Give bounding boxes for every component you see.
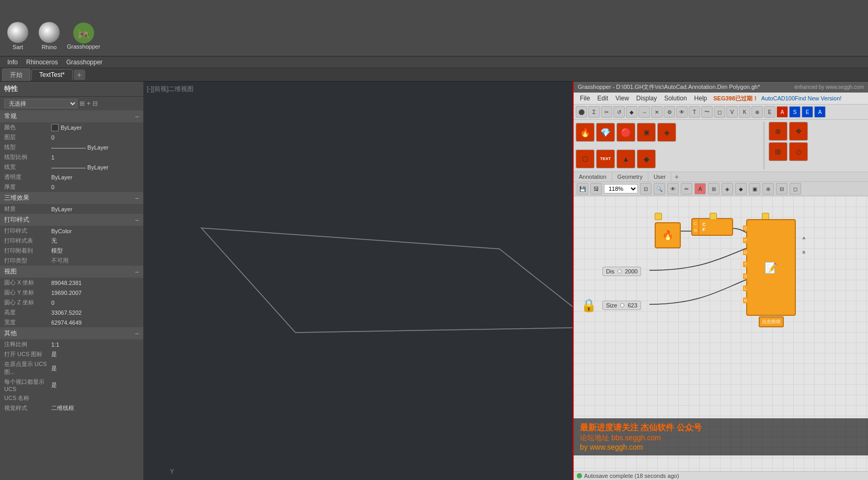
rhino-button[interactable]: Rhino bbox=[33, 18, 65, 54]
gh-eye2-icon[interactable]: 👁 bbox=[667, 183, 679, 195]
gh-big-node[interactable]: C P D T S L B 📝 A B 点击烘焙 bbox=[746, 219, 796, 316]
gh-icon-misc6[interactable]: ◻ bbox=[790, 183, 801, 195]
color-swatch bbox=[51, 124, 59, 131]
gh-tab-geometry[interactable]: Geometry bbox=[612, 172, 648, 181]
svg-marker-0 bbox=[201, 228, 573, 333]
gh-zoom-icon[interactable]: 🔍 bbox=[654, 183, 665, 195]
gh-dis-node[interactable]: Dis 2000 bbox=[602, 267, 641, 276]
gh-tool-a1[interactable]: A bbox=[776, 106, 788, 118]
gh-comp-4[interactable]: ▣ bbox=[637, 123, 656, 142]
gh-comp-5[interactable]: ◈ bbox=[657, 123, 676, 142]
dropdown-icon3[interactable]: ⊟ bbox=[93, 100, 98, 107]
gh-tool-t2[interactable]: ⊕ bbox=[751, 106, 763, 118]
gh-menu-display[interactable]: Display bbox=[633, 94, 660, 103]
gh-tool-diamond[interactable]: ◆ bbox=[626, 106, 637, 118]
gh-comp-1[interactable]: 🔥 bbox=[576, 123, 595, 142]
sart-button[interactable]: Sart bbox=[2, 18, 33, 54]
gh-comp-9[interactable]: ◆ bbox=[637, 150, 656, 168]
prop-print-type: 打印类型 不可用 bbox=[0, 256, 143, 266]
gh-zoom-select[interactable]: 118% bbox=[604, 184, 638, 193]
gh-comp-10[interactable]: ⊕ bbox=[769, 122, 787, 141]
gh-comp-7[interactable]: TEXT bbox=[596, 150, 615, 168]
menu-info[interactable]: Info bbox=[3, 58, 22, 67]
gh-tool-shape[interactable]: ◻ bbox=[714, 106, 725, 118]
dropdown-icon2[interactable]: + bbox=[87, 100, 90, 107]
prop-visual-style: 视觉样式 二维线框 bbox=[0, 403, 143, 413]
gh-connector-cfg[interactable]: C G CF bbox=[691, 218, 733, 236]
section-other-toggle[interactable]: − bbox=[135, 329, 139, 338]
gh-canvas[interactable]: 🔒 🔥 C G CF bbox=[574, 196, 868, 471]
panel-title: 特性 bbox=[0, 82, 143, 97]
gh-comp-13[interactable]: ◇ bbox=[789, 142, 808, 161]
menu-rhinoceros[interactable]: Rhinoceros bbox=[22, 58, 62, 67]
section-general[interactable]: 常规 − bbox=[0, 110, 143, 122]
gh-tab-annotation[interactable]: Annotation bbox=[574, 172, 612, 181]
section-print-toggle[interactable]: − bbox=[135, 216, 139, 224]
gh-tab-add[interactable]: + bbox=[671, 172, 682, 181]
gh-tool-gear[interactable]: ⚙ bbox=[664, 106, 675, 118]
gh-comp-6[interactable]: ⬡ bbox=[576, 150, 595, 168]
tab-start[interactable]: 开始 bbox=[2, 68, 30, 81]
gh-icon-misc2[interactable]: ◆ bbox=[735, 183, 747, 195]
gh-tool-eye[interactable]: 👁 bbox=[676, 106, 688, 118]
gh-tool-sigma[interactable]: Σ bbox=[588, 106, 600, 118]
gh-comp-2[interactable]: 💎 bbox=[596, 123, 615, 142]
dropdown-icon1[interactable]: ⊞ bbox=[79, 100, 85, 107]
tab-row: 开始 TextTest* + bbox=[0, 68, 868, 82]
gh-floppy-icon[interactable]: 🖫 bbox=[590, 183, 602, 195]
bake-button[interactable]: 点击烘焙 bbox=[759, 316, 784, 327]
grasshopper-button[interactable]: 🦗 Grasshopper bbox=[65, 18, 102, 54]
gh-comp-8[interactable]: ▲ bbox=[616, 150, 635, 168]
gh-tool-s[interactable]: S bbox=[789, 106, 801, 118]
tab-add-button[interactable]: + bbox=[74, 70, 85, 80]
section-view-toggle[interactable]: − bbox=[135, 268, 139, 276]
gh-comp-3[interactable]: 🔴 bbox=[616, 123, 635, 142]
gh-menu-file[interactable]: File bbox=[577, 94, 593, 103]
viewport[interactable]: [-][前视]二维视图 Y bbox=[144, 82, 573, 480]
gh-tool-cross[interactable]: ✕ bbox=[651, 106, 663, 118]
gh-tool-rotate[interactable]: ↺ bbox=[613, 106, 625, 118]
gh-icon-misc5[interactable]: ⊟ bbox=[776, 183, 787, 195]
section-general-toggle[interactable]: − bbox=[135, 112, 139, 121]
gh-tool-text[interactable]: T bbox=[689, 106, 700, 118]
section-3d-toggle[interactable]: − bbox=[135, 194, 139, 202]
gh-comp-icons-area: 🔥 💎 🔴 ▣ ◈ ⬡ bbox=[574, 120, 868, 172]
tab-texttest[interactable]: TextTest* bbox=[31, 69, 73, 80]
gh-icon-misc1[interactable]: ◈ bbox=[722, 183, 733, 195]
gh-tool-wave[interactable]: 〜 bbox=[701, 106, 713, 118]
gh-menu-solution[interactable]: Solution bbox=[661, 94, 690, 103]
gh-tab-user[interactable]: User bbox=[648, 172, 671, 181]
gh-size-node[interactable]: Size 623 bbox=[602, 301, 641, 310]
gh-menu-help[interactable]: Help bbox=[691, 94, 711, 103]
gh-pen-icon[interactable]: ✏ bbox=[681, 183, 692, 195]
gh-a-icon[interactable]: A bbox=[694, 183, 706, 195]
gh-menu-edit[interactable]: Edit bbox=[594, 94, 611, 103]
gh-node-1[interactable]: 🔥 bbox=[655, 222, 681, 248]
gh-tool-circle[interactable]: ⚫ bbox=[576, 106, 587, 118]
gh-puzzle-icon[interactable]: ⊞ bbox=[708, 183, 719, 195]
gh-tool-e[interactable]: E bbox=[764, 106, 775, 118]
viewport-polygon: Y bbox=[144, 82, 573, 480]
gh-comp-11[interactable]: ❖ bbox=[789, 122, 808, 141]
gh-icon-misc3[interactable]: ▣ bbox=[749, 183, 760, 195]
selection-dropdown[interactable]: 无选择 bbox=[4, 99, 77, 108]
gh-save-icon[interactable]: 💾 bbox=[577, 183, 588, 195]
gh-tool-scissors[interactable]: ✂ bbox=[601, 106, 612, 118]
sart-icon bbox=[7, 22, 28, 43]
gh-fit-icon[interactable]: ⊡ bbox=[640, 183, 652, 195]
gh-tool-e2[interactable]: E bbox=[802, 106, 813, 118]
gh-comp-12[interactable]: ⊞ bbox=[769, 142, 787, 161]
menu-bar: Info Rhinoceros Grasshopper bbox=[0, 56, 868, 68]
gh-tool-k[interactable]: K bbox=[739, 106, 750, 118]
size-value: 623 bbox=[627, 302, 637, 308]
section-3d[interactable]: 三维效果 − bbox=[0, 192, 143, 204]
gh-tool-a2[interactable]: A bbox=[814, 106, 826, 118]
gh-icon-misc4[interactable]: ⊕ bbox=[762, 183, 774, 195]
gh-tool-arrow[interactable]: → bbox=[638, 106, 650, 118]
section-view[interactable]: 视图 − bbox=[0, 266, 143, 278]
section-other[interactable]: 其他 − bbox=[0, 327, 143, 339]
gh-tool-v[interactable]: V bbox=[726, 106, 738, 118]
menu-grasshopper[interactable]: Grasshopper bbox=[62, 58, 107, 67]
gh-menu-view[interactable]: View bbox=[612, 94, 632, 103]
section-print[interactable]: 打印样式 − bbox=[0, 214, 143, 226]
